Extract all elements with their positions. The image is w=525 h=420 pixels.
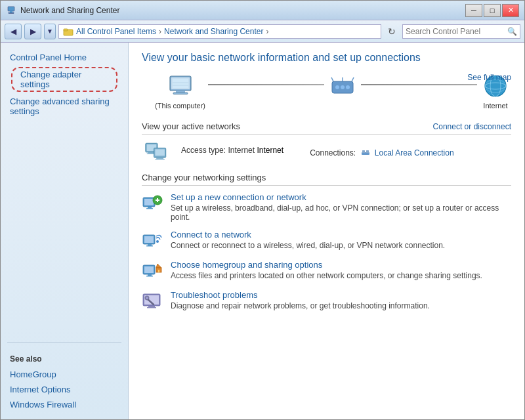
connect-network-desc: Connect or reconnect to a wireless, wire…: [171, 241, 445, 250]
homegroup-content: Choose homegroup and sharing options Acc…: [171, 260, 482, 280]
internet-label: Internet: [483, 102, 507, 110]
network-info: Access type: Internet Internet Connectio…: [142, 140, 511, 163]
svg-rect-37: [146, 208, 153, 209]
svg-point-15: [346, 85, 350, 89]
access-type-label: Access type:: [181, 146, 226, 155]
router-icon: [327, 73, 358, 99]
sidebar-item-internet-options[interactable]: Internet Options: [1, 383, 128, 396]
window-title: Network and Sharing Center: [20, 6, 119, 15]
svg-rect-55: [148, 306, 155, 307]
troubleshoot-desc: Diagnose and repair network problems, or…: [171, 301, 430, 310]
content-area: View your basic network information and …: [129, 43, 524, 419]
forward-button[interactable]: ▶: [24, 24, 41, 39]
this-computer-label: (This computer): [155, 102, 205, 110]
minimize-button[interactable]: ─: [465, 4, 482, 17]
connection-icon: [361, 150, 370, 158]
setup-connection-title[interactable]: Set up a new connection or network: [171, 192, 511, 202]
network-line-2: [361, 84, 477, 85]
svg-rect-32: [362, 150, 365, 153]
svg-rect-7: [176, 91, 185, 93]
see-full-map-link[interactable]: See full map: [467, 73, 511, 82]
local-area-connection-link[interactable]: Local Area Connection: [375, 148, 454, 158]
svg-marker-50: [156, 264, 161, 268]
main-container: Control Panel Home Change adapter settin…: [1, 43, 524, 419]
setting-item-1: Connect to a network Connect or reconnec…: [142, 230, 511, 252]
title-bar-left: Network and Sharing Center: [6, 5, 119, 16]
sidebar-item-change-sharing[interactable]: Change advanced sharing settings: [1, 94, 128, 118]
svg-point-58: [145, 296, 149, 300]
sidebar-divider: [7, 342, 121, 343]
computer-icon: [165, 73, 196, 99]
troubleshoot-icon: [142, 291, 163, 312]
svg-rect-47: [144, 266, 154, 273]
network-info-icon: [144, 140, 171, 163]
maximize-button[interactable]: □: [484, 4, 501, 17]
sidebar: Control Panel Home Change adapter settin…: [1, 43, 129, 419]
homegroup-title[interactable]: Choose homegroup and sharing options: [171, 260, 482, 270]
sidebar-item-windows-firewall[interactable]: Windows Firewall: [1, 398, 128, 411]
svg-rect-52: [158, 270, 159, 272]
setup-connection-content: Set up a new connection or network Set u…: [171, 192, 511, 222]
page-title: View your basic network information and …: [142, 52, 511, 64]
svg-rect-44: [146, 245, 153, 247]
svg-rect-9: [173, 79, 188, 88]
breadcrumb-all-control-panel[interactable]: All Control Panel Items: [76, 27, 156, 36]
svg-rect-30: [155, 159, 165, 159]
refresh-button[interactable]: ↻: [384, 24, 400, 39]
breadcrumb-icon: [63, 27, 74, 36]
connect-network-title[interactable]: Connect to a network: [171, 230, 445, 240]
search-icon[interactable]: 🔍: [507, 27, 517, 36]
active-networks-title: View your active networks: [142, 121, 240, 131]
router-label: [341, 102, 343, 110]
this-computer-node: (This computer): [155, 73, 205, 110]
search-box[interactable]: 🔍: [402, 24, 520, 39]
setting-item-0: Set up a new connection or network Set u…: [142, 192, 511, 222]
breadcrumb-network-sharing[interactable]: Network and Sharing Center: [164, 27, 263, 36]
back-button[interactable]: ◀: [5, 24, 22, 39]
svg-rect-43: [148, 244, 152, 245]
access-type-row: Access type: Internet Internet: [181, 146, 284, 158]
address-field[interactable]: All Control Panel Items › Network and Sh…: [58, 24, 381, 39]
network-diagram: (This computer): [142, 73, 511, 115]
setting-item-2: Choose homegroup and sharing options Acc…: [142, 260, 511, 282]
history-dropdown[interactable]: ▼: [44, 24, 56, 39]
setup-connection-desc: Set up a wireless, broadband, dial-up, a…: [171, 203, 511, 222]
sidebar-item-control-panel-home[interactable]: Control Panel Home: [1, 51, 128, 64]
svg-rect-0: [8, 7, 14, 11]
sidebar-item-homegroup[interactable]: HomeGroup: [1, 368, 128, 381]
access-type-value-text: Internet: [257, 146, 284, 155]
connect-disconnect-link[interactable]: Connect or disconnect: [433, 122, 511, 131]
breadcrumb-sep1: ›: [159, 27, 161, 36]
svg-rect-36: [148, 207, 152, 208]
svg-rect-29: [156, 158, 163, 159]
svg-rect-2: [9, 12, 14, 14]
networking-settings-title: Change your networking settings: [142, 173, 511, 186]
svg-rect-1: [10, 11, 12, 12]
svg-rect-42: [144, 236, 154, 243]
svg-rect-8: [173, 93, 188, 94]
homegroup-icon: [142, 261, 163, 282]
svg-point-13: [335, 85, 339, 89]
svg-rect-4: [64, 29, 68, 31]
window-controls: ─ □ ✕: [465, 4, 519, 17]
svg-point-14: [341, 85, 345, 89]
breadcrumb-sep2: ›: [266, 27, 268, 36]
setup-connection-icon: [142, 194, 163, 215]
homegroup-desc: Access files and printers located on oth…: [171, 271, 482, 280]
svg-rect-28: [155, 149, 165, 156]
svg-rect-48: [148, 274, 152, 276]
troubleshoot-content: Troubleshoot problems Diagnose and repai…: [171, 290, 430, 310]
close-button[interactable]: ✕: [502, 4, 519, 17]
connections-label: Connections:: [310, 148, 356, 158]
setting-item-3: Troubleshoot problems Diagnose and repai…: [142, 290, 511, 312]
router-node: [327, 73, 358, 110]
window-icon: [6, 5, 16, 16]
sidebar-item-change-adapter[interactable]: Change adapter settings: [11, 67, 117, 92]
svg-point-45: [156, 240, 159, 243]
network-details: Access type: Internet Internet Connectio…: [181, 146, 454, 158]
svg-rect-56: [147, 307, 156, 308]
troubleshoot-title[interactable]: Troubleshoot problems: [171, 290, 430, 300]
svg-rect-35: [144, 199, 154, 205]
search-input[interactable]: [406, 27, 507, 36]
svg-line-16: [331, 77, 333, 81]
